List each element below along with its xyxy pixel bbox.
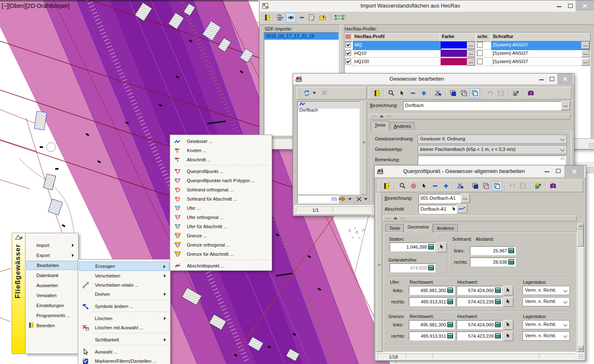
remove-button[interactable]	[297, 13, 307, 23]
querprofil-titlebar[interactable]: Querprofilpunkt - Gewaesser-allgemein be…	[375, 165, 586, 178]
ufer-links-rechtswert-input[interactable]: 495.981,300	[409, 286, 455, 295]
zoom-out-button[interactable]	[430, 181, 440, 191]
submenu-item-verschieben-relativ[interactable]: Verschieben relativ ...	[79, 280, 169, 290]
close-button[interactable]	[564, 165, 584, 177]
apply-dropdown[interactable]	[348, 198, 352, 200]
ufer-rechts-rechtswert-input[interactable]: 495.913,911	[409, 297, 455, 306]
calculator-icon[interactable]	[508, 259, 515, 265]
selector-column-header[interactable]	[344, 33, 353, 42]
color-picker-button[interactable]: …	[467, 42, 475, 49]
schraffur-cell[interactable]: [System]-ANSI37…	[491, 41, 590, 50]
column-header[interactable]: HecRas-Profil	[352, 33, 442, 42]
table-row[interactable]: HQ100 … [System]-ANSI37…	[344, 58, 590, 66]
submenu-item-ufer-abschnitt[interactable]: Ufer für Abschnitt ...	[171, 222, 271, 231]
bezeichnung-input[interactable]: 001-Dorfbach-A1	[418, 194, 462, 203]
sohlrand-rechts-input[interactable]: 28,638	[470, 257, 516, 267]
undo-button[interactable]	[507, 181, 517, 191]
select-rows-button[interactable]	[334, 13, 347, 23]
submenu-item-knoten[interactable]: Knoten ...	[171, 146, 271, 155]
column-header[interactable]: Farbe	[440, 33, 477, 42]
profile-name-cell[interactable]: HQ100	[353, 58, 442, 67]
exit-button[interactable]	[263, 13, 273, 23]
submenu-item-grenze-abschnitt[interactable]: Grenze für Abschnitt ...	[171, 249, 271, 259]
row-enabled-checkbox[interactable]	[345, 42, 351, 48]
resize-grip[interactable]	[579, 354, 584, 359]
snip-select-button[interactable]	[455, 181, 465, 191]
typ-select[interactable]: kleiner Flachlandbach (bSp < 1 m, v < 0,…	[418, 145, 567, 154]
resize-grip[interactable]	[589, 167, 594, 172]
minimize-button[interactable]	[541, 165, 552, 177]
profile-name-cell[interactable]: MQ	[353, 41, 442, 50]
color-picker-button[interactable]: …	[467, 59, 475, 66]
menu-item-verwalten[interactable]: Verwalten	[26, 291, 77, 300]
sohlrand-links-input[interactable]: 25,967	[470, 246, 516, 255]
gewaesser-titlebar[interactable]: Gewaesser bearbeiten	[293, 74, 574, 85]
submenu-item-abschnittspunkt[interactable]: Abschnittspunkt ...	[171, 261, 271, 270]
bezeichnung-picker-button[interactable]: …	[461, 194, 470, 203]
tab-texte[interactable]: Texte	[371, 121, 389, 131]
preview-button[interactable]	[286, 13, 296, 23]
protocol-list-button[interactable]	[533, 181, 543, 191]
submenu-item-grenze-orthogonal[interactable]: Grenze orthogonal ...	[171, 240, 271, 249]
calculator-icon[interactable]	[447, 299, 454, 305]
exit-button[interactable]	[372, 88, 382, 98]
submenu-item-sichtbarkeit[interactable]: Sichtbarkeit	[79, 335, 169, 344]
ufer-links-pick-button[interactable]	[503, 286, 513, 295]
menu-item-export[interactable]: Export	[26, 251, 77, 260]
save-button[interactable]	[518, 181, 528, 191]
reload-dropdown[interactable]	[313, 92, 316, 94]
submenu-item-abschnitt[interactable]: Abschnitt ...	[171, 155, 271, 164]
snip-select-button[interactable]	[433, 88, 443, 98]
zoom-in-button[interactable]	[441, 181, 451, 191]
submenu-item-querprofilpunkt[interactable]: Querprofilpunkt ...	[171, 167, 271, 176]
color-cell[interactable]: …	[440, 41, 476, 49]
calculator-icon[interactable]	[447, 333, 454, 339]
menu-item-beenden[interactable]: Beenden	[26, 321, 77, 330]
abschnitt-pick-button[interactable]	[456, 205, 467, 213]
help-button[interactable]: ?	[548, 181, 558, 191]
copy-all-button[interactable]	[448, 88, 458, 98]
table-row[interactable]: HQ10 … [System]-ANSI37…	[344, 49, 590, 58]
close-button[interactable]	[557, 74, 573, 84]
submenu-item-gewaesser[interactable]: Gewässer ...	[171, 137, 271, 146]
copy-filtered-button[interactable]	[459, 88, 469, 98]
pick-button[interactable]	[419, 181, 429, 191]
zoom-in-button[interactable]	[419, 88, 429, 98]
submenu-item-symbole-aendern[interactable]: Symbole ändern ...	[79, 302, 169, 311]
profile-name-cell[interactable]: HQ10	[353, 49, 442, 59]
submenu-item-sohlrand-abschnitt[interactable]: Sohlrand für Abschnitt ...	[171, 194, 271, 204]
apply-selection-button[interactable]	[337, 194, 347, 204]
calculator-icon[interactable]	[508, 248, 515, 254]
gewaesser-list[interactable]: Dorfbach	[297, 101, 360, 195]
grenze-rechts-rechtswert-input[interactable]: 495.913,911	[409, 331, 455, 341]
submenu-item-loeschen-mit-auswahl[interactable]: Löschen mit Auswahl ...	[79, 323, 169, 332]
menu-item-bearbeiten[interactable]: Bearbeiten	[26, 261, 77, 270]
calculator-icon[interactable]	[495, 288, 501, 293]
schraffur-picker-button[interactable]: …	[581, 42, 589, 49]
import-titlebar[interactable]: RAS Import Wasserstandsflächen aus HecRa…	[260, 0, 594, 12]
copy-plain-button[interactable]	[492, 181, 502, 191]
station-input[interactable]: 1.046,398	[390, 242, 436, 252]
vertical-scrollbar[interactable]	[577, 223, 584, 352]
submenu-item-markieren-filtern[interactable]: Markieren/Filtern/Darstellen ...	[79, 356, 169, 364]
submenu-item-auswahl[interactable]: Auswahl ...	[79, 347, 169, 356]
tab-texte[interactable]: Texte	[385, 224, 404, 233]
horizontal-splitter[interactable]	[383, 216, 577, 221]
menu-item-auswerten[interactable]: Auswerten	[26, 281, 77, 290]
schraffur-cell[interactable]: [System]-ANSI37…	[491, 58, 590, 67]
delete-button[interactable]	[319, 88, 329, 98]
grenze-links-hochwert-input[interactable]: 574.424,000	[456, 320, 502, 329]
tab-anderes[interactable]: Anderes	[433, 224, 458, 233]
submenu-item-ufer[interactable]: Ufer ...	[171, 204, 271, 213]
calculator-icon[interactable]	[428, 265, 434, 271]
schraffur-picker-button[interactable]: …	[581, 59, 589, 66]
calculator-icon[interactable]	[447, 322, 454, 328]
submenu-item-verschieben[interactable]: Verschieben	[79, 271, 169, 280]
column-header[interactable]: Schraffur	[491, 33, 591, 42]
minimize-button[interactable]	[553, 0, 565, 11]
zoom-out-button[interactable]	[408, 88, 418, 98]
gewaesser-list-item[interactable]: Dorfbach	[298, 102, 359, 109]
center-button[interactable]	[408, 181, 418, 191]
close-button[interactable]	[576, 0, 594, 11]
submenu-item-querprofilpunkte-polygon[interactable]: Querprofilpunkte nach Polygon ...	[171, 176, 271, 185]
